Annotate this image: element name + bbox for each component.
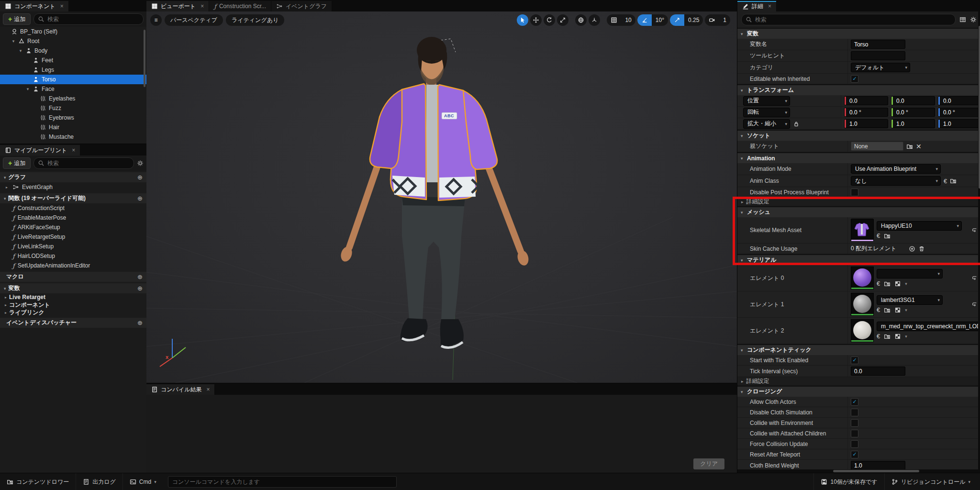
reset-to-default-icon[interactable] <box>971 227 978 234</box>
select-tool-button[interactable] <box>517 14 528 26</box>
output-log-button[interactable]: 出力ログ <box>76 473 123 490</box>
asset-dropdown[interactable] <box>877 269 943 278</box>
vector-input[interactable]: 0.0 ° <box>891 108 935 117</box>
add-icon[interactable]: ⊕ <box>137 273 143 280</box>
use-selected-asset-icon[interactable]: € <box>877 333 880 340</box>
grid-snap-value[interactable]: 10 <box>621 14 635 26</box>
cmd-dropdown[interactable]: Cmd ▾ <box>123 473 163 490</box>
details-hscrollbar[interactable] <box>737 469 978 473</box>
add-icon[interactable]: ⊕ <box>137 174 143 181</box>
details-section-header[interactable]: ▾マテリアル <box>737 255 980 265</box>
view-mode-dropdown[interactable]: ライティングあり <box>226 14 284 26</box>
close-icon[interactable]: × <box>206 386 210 393</box>
component-tree-item[interactable]: Eyebrows <box>0 113 146 122</box>
property-checkbox[interactable]: ✓ <box>851 75 858 83</box>
component-tree-item[interactable]: Mustache <box>0 132 146 142</box>
blueprint-section-header[interactable]: ▾グラフ⊕ <box>0 172 146 182</box>
display-options-icon[interactable] <box>959 16 966 23</box>
property-text-input[interactable]: 1.0 <box>851 461 905 470</box>
component-tree-item[interactable]: ▾Face <box>0 84 146 94</box>
details-search-input[interactable]: 検索 <box>741 14 956 25</box>
component-tree-item[interactable]: Eyelashes <box>0 94 146 103</box>
rotate-tool-button[interactable] <box>544 14 555 26</box>
component-tree-item[interactable]: ▾Root <box>0 36 146 46</box>
close-icon[interactable]: × <box>768 3 771 10</box>
blueprint-item[interactable]: ƒHairLODSetup <box>0 251 146 261</box>
socket-name-field[interactable]: None <box>851 142 903 151</box>
material-thumbnail[interactable] <box>851 267 874 290</box>
scale-tool-button[interactable] <box>557 14 568 26</box>
add-element-icon[interactable] <box>909 245 915 252</box>
property-text-input[interactable]: 0.0 <box>851 367 905 376</box>
rotation-snap-control[interactable]: 10° <box>637 14 668 26</box>
gear-icon[interactable] <box>970 16 977 23</box>
material-options-icon[interactable] <box>894 307 901 313</box>
blueprint-item[interactable]: ƒEnableMasterPose <box>0 213 146 223</box>
vector-input[interactable]: 0.0 <box>844 96 888 105</box>
property-dropdown[interactable]: デフォルト <box>851 63 910 72</box>
blueprint-item[interactable]: ▸EventGraph <box>0 182 146 192</box>
advanced-settings-row[interactable]: ▸詳細設定 <box>737 377 980 386</box>
blueprint-item[interactable]: ƒARKitFaceSetup <box>0 223 146 232</box>
browse-asset-icon[interactable] <box>884 333 891 340</box>
component-tree-item[interactable]: Fuzz <box>0 103 146 113</box>
add-icon[interactable]: ⊕ <box>137 195 143 202</box>
rotation-snap-value[interactable]: 10° <box>652 14 668 26</box>
property-checkbox[interactable]: ✓ <box>851 189 858 196</box>
transform-axis-dropdown[interactable]: 拡大・縮小 <box>743 119 790 129</box>
vector-input[interactable]: 0.0 <box>891 96 935 105</box>
material-options-icon[interactable] <box>894 280 901 287</box>
use-selected-asset-icon[interactable]: € <box>877 232 880 239</box>
asset-dropdown[interactable]: HappyUE10 <box>877 221 962 231</box>
blueprint-section-header[interactable]: ▾変数⊕ <box>0 283 146 293</box>
property-checkbox[interactable]: ✓ <box>851 419 858 427</box>
blueprint-section-header[interactable]: ▾関数 (19 オーバーライド可能)⊕ <box>0 193 146 203</box>
tab-details[interactable]: 詳細 × <box>737 1 777 11</box>
blueprint-section-header[interactable]: イベントディスパッチャー⊕ <box>0 318 146 328</box>
scale-snap-control[interactable]: 0.25 <box>670 14 703 26</box>
unsaved-files-button[interactable]: 10個が未保存です <box>813 473 884 490</box>
clear-socket-icon[interactable]: ✕ <box>916 143 922 150</box>
details-section-header[interactable]: ▾クロージング <box>737 387 980 397</box>
add-blueprint-item-button[interactable]: + 追加 <box>3 157 31 169</box>
reset-to-default-icon[interactable] <box>971 275 978 281</box>
lock-icon[interactable] <box>793 121 800 127</box>
add-icon[interactable]: ⊕ <box>137 285 143 292</box>
my-blueprint-search-input[interactable]: 検索 <box>33 157 134 169</box>
property-dropdown[interactable]: なし <box>851 176 941 186</box>
trash-icon[interactable] <box>918 245 925 252</box>
use-selected-asset-icon[interactable]: € <box>944 178 947 185</box>
viewport-menu-button[interactable]: ≡ <box>150 14 162 26</box>
camera-speed-control[interactable]: 1 <box>705 14 730 26</box>
use-selected-asset-icon[interactable]: € <box>877 306 880 313</box>
details-section-header[interactable]: ▾Animation <box>737 153 980 163</box>
tab-compile-results[interactable]: コンパイル結果 × <box>146 384 215 395</box>
scale-snap-value[interactable]: 0.25 <box>684 14 703 26</box>
material-thumbnail[interactable] <box>851 319 874 342</box>
blueprint-item[interactable]: ƒLiveLinkSetup <box>0 242 146 251</box>
move-tool-button[interactable] <box>530 14 542 26</box>
console-command-input[interactable]: コンソールコマンドを入力します <box>168 476 397 488</box>
world-local-gizmo-button[interactable] <box>575 14 587 26</box>
property-checkbox[interactable]: ✓ <box>851 356 858 364</box>
browse-asset-icon[interactable] <box>884 233 891 239</box>
revision-control-button[interactable]: リビジョンコントロール ▾ <box>884 473 980 490</box>
gear-icon[interactable] <box>137 160 144 167</box>
blueprint-item[interactable]: ƒLiveRetargetSetup <box>0 232 146 242</box>
use-selected-asset-icon[interactable]: € <box>877 280 880 287</box>
property-checkbox[interactable]: ✓ <box>851 440 858 448</box>
grid-snap-control[interactable]: 10 <box>607 14 635 26</box>
components-scrollbar[interactable] <box>144 30 145 87</box>
tab-my-blueprint[interactable]: マイブループリント × <box>0 145 80 156</box>
add-icon[interactable]: ⊕ <box>137 319 143 326</box>
asset-dropdown[interactable]: m_med_nrw_top_crewneckt_nrm_LOD0SG2 <box>877 322 980 331</box>
details-section-header[interactable]: ▾トランスフォーム <box>737 85 980 95</box>
vector-input[interactable]: 0.0 ° <box>844 108 888 117</box>
details-section-header[interactable]: ▾変数 <box>737 29 980 39</box>
browse-socket-icon[interactable] <box>906 143 913 150</box>
component-tree-item[interactable]: Feet <box>0 56 146 65</box>
asset-dropdown[interactable]: lambert3SG1 <box>877 295 943 305</box>
transform-axis-dropdown[interactable]: 回転 <box>743 108 790 117</box>
perspective-dropdown[interactable]: パースペクティブ <box>165 14 223 26</box>
browse-asset-icon[interactable] <box>950 178 957 184</box>
